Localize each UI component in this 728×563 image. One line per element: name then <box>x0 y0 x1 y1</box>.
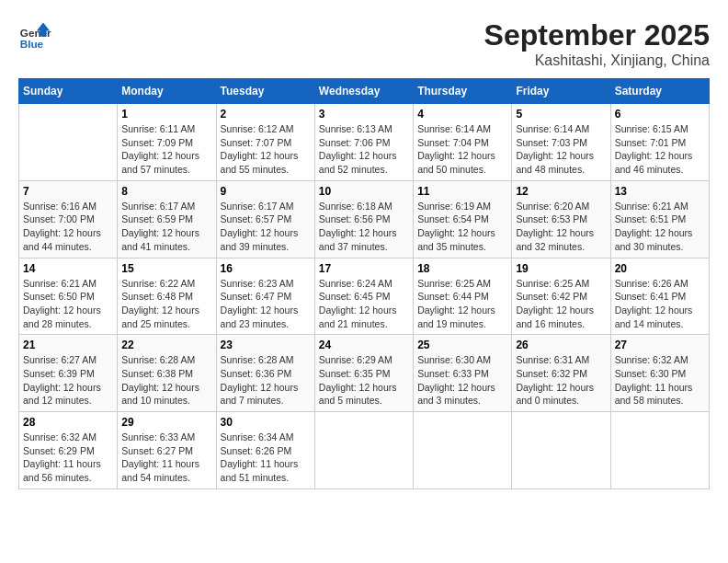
day-info: Sunrise: 6:14 AM Sunset: 7:04 PM Dayligh… <box>417 122 507 177</box>
calendar-cell: 13Sunrise: 6:21 AM Sunset: 6:51 PM Dayli… <box>610 180 709 258</box>
calendar-cell: 21Sunrise: 6:27 AM Sunset: 6:39 PM Dayli… <box>19 335 118 412</box>
calendar-cell: 24Sunrise: 6:29 AM Sunset: 6:35 PM Dayli… <box>314 335 413 412</box>
calendar-week-row: 21Sunrise: 6:27 AM Sunset: 6:39 PM Dayli… <box>19 335 710 412</box>
day-info: Sunrise: 6:28 AM Sunset: 6:36 PM Dayligh… <box>221 353 311 408</box>
calendar-cell: 16Sunrise: 6:23 AM Sunset: 6:47 PM Dayli… <box>216 258 314 335</box>
day-info: Sunrise: 6:19 AM Sunset: 6:54 PM Dayligh… <box>417 200 507 254</box>
day-number: 8 <box>121 185 211 198</box>
day-number: 9 <box>221 185 311 198</box>
weekday-header-row: SundayMondayTuesdayWednesdayThursdayFrid… <box>19 79 710 104</box>
calendar-cell: 20Sunrise: 6:26 AM Sunset: 6:41 PM Dayli… <box>610 258 709 335</box>
day-info: Sunrise: 6:27 AM Sunset: 6:39 PM Dayligh… <box>23 353 113 408</box>
calendar-cell: 5Sunrise: 6:14 AM Sunset: 7:03 PM Daylig… <box>512 104 610 181</box>
day-info: Sunrise: 6:25 AM Sunset: 6:44 PM Dayligh… <box>417 277 507 331</box>
weekday-header-saturday: Saturday <box>610 79 709 104</box>
day-number: 13 <box>615 185 705 198</box>
calendar-cell: 2Sunrise: 6:12 AM Sunset: 7:07 PM Daylig… <box>216 104 314 181</box>
day-number: 14 <box>23 262 113 275</box>
day-number: 28 <box>23 416 113 429</box>
day-info: Sunrise: 6:14 AM Sunset: 7:03 PM Dayligh… <box>516 122 606 177</box>
day-info: Sunrise: 6:32 AM Sunset: 6:29 PM Dayligh… <box>23 431 113 485</box>
day-info: Sunrise: 6:17 AM Sunset: 6:57 PM Dayligh… <box>221 200 311 254</box>
calendar-cell: 8Sunrise: 6:17 AM Sunset: 6:59 PM Daylig… <box>118 180 216 258</box>
calendar-cell: 29Sunrise: 6:33 AM Sunset: 6:27 PM Dayli… <box>118 412 216 489</box>
day-info: Sunrise: 6:24 AM Sunset: 6:45 PM Dayligh… <box>319 277 409 331</box>
weekday-header-monday: Monday <box>118 79 216 104</box>
calendar-cell: 25Sunrise: 6:30 AM Sunset: 6:33 PM Dayli… <box>414 335 512 412</box>
day-number: 1 <box>121 108 211 121</box>
day-number: 21 <box>23 339 113 351</box>
calendar-cell: 17Sunrise: 6:24 AM Sunset: 6:45 PM Dayli… <box>314 258 413 335</box>
day-number: 19 <box>516 262 606 275</box>
day-number: 26 <box>516 339 606 351</box>
calendar-week-row: 1Sunrise: 6:11 AM Sunset: 7:09 PM Daylig… <box>19 104 710 181</box>
weekday-header-thursday: Thursday <box>414 79 512 104</box>
calendar-cell: 6Sunrise: 6:15 AM Sunset: 7:01 PM Daylig… <box>610 104 709 181</box>
month-title: September 2025 <box>484 18 710 52</box>
calendar-cell: 19Sunrise: 6:25 AM Sunset: 6:42 PM Dayli… <box>512 258 610 335</box>
calendar-cell: 26Sunrise: 6:31 AM Sunset: 6:32 PM Dayli… <box>512 335 610 412</box>
weekday-header-sunday: Sunday <box>19 79 118 104</box>
weekday-header-wednesday: Wednesday <box>314 79 413 104</box>
day-number: 23 <box>221 339 311 351</box>
calendar-cell: 9Sunrise: 6:17 AM Sunset: 6:57 PM Daylig… <box>216 180 314 258</box>
day-info: Sunrise: 6:23 AM Sunset: 6:47 PM Dayligh… <box>221 277 311 331</box>
calendar-cell <box>314 412 413 489</box>
day-number: 12 <box>516 185 606 198</box>
day-info: Sunrise: 6:11 AM Sunset: 7:09 PM Dayligh… <box>121 122 211 177</box>
day-number: 2 <box>221 108 311 121</box>
calendar-cell: 28Sunrise: 6:32 AM Sunset: 6:29 PM Dayli… <box>19 412 118 489</box>
calendar-cell: 12Sunrise: 6:20 AM Sunset: 6:53 PM Dayli… <box>512 180 610 258</box>
calendar-cell: 18Sunrise: 6:25 AM Sunset: 6:44 PM Dayli… <box>414 258 512 335</box>
day-number: 29 <box>121 416 211 429</box>
day-info: Sunrise: 6:34 AM Sunset: 6:26 PM Dayligh… <box>221 431 311 485</box>
day-number: 17 <box>319 262 409 275</box>
calendar-cell: 10Sunrise: 6:18 AM Sunset: 6:56 PM Dayli… <box>314 180 413 258</box>
calendar-cell: 7Sunrise: 6:16 AM Sunset: 7:00 PM Daylig… <box>19 180 118 258</box>
day-number: 10 <box>319 185 409 198</box>
calendar-week-row: 7Sunrise: 6:16 AM Sunset: 7:00 PM Daylig… <box>19 180 710 258</box>
day-info: Sunrise: 6:21 AM Sunset: 6:50 PM Dayligh… <box>23 277 113 331</box>
weekday-header-friday: Friday <box>512 79 610 104</box>
day-number: 15 <box>121 262 211 275</box>
day-number: 27 <box>615 339 705 351</box>
day-number: 22 <box>121 339 211 351</box>
day-info: Sunrise: 6:28 AM Sunset: 6:38 PM Dayligh… <box>121 353 211 408</box>
day-number: 3 <box>319 108 409 121</box>
day-info: Sunrise: 6:25 AM Sunset: 6:42 PM Dayligh… <box>516 277 606 331</box>
calendar-week-row: 28Sunrise: 6:32 AM Sunset: 6:29 PM Dayli… <box>19 412 710 489</box>
calendar-cell: 15Sunrise: 6:22 AM Sunset: 6:48 PM Dayli… <box>118 258 216 335</box>
day-info: Sunrise: 6:12 AM Sunset: 7:07 PM Dayligh… <box>221 122 311 177</box>
day-number: 11 <box>417 185 507 198</box>
day-number: 6 <box>615 108 705 121</box>
day-info: Sunrise: 6:29 AM Sunset: 6:35 PM Dayligh… <box>319 353 409 408</box>
day-info: Sunrise: 6:26 AM Sunset: 6:41 PM Dayligh… <box>615 277 705 331</box>
weekday-header-tuesday: Tuesday <box>216 79 314 104</box>
logo-icon: General Blue <box>18 18 51 52</box>
day-number: 25 <box>417 339 507 351</box>
calendar-cell: 22Sunrise: 6:28 AM Sunset: 6:38 PM Dayli… <box>118 335 216 412</box>
calendar-cell: 30Sunrise: 6:34 AM Sunset: 6:26 PM Dayli… <box>216 412 314 489</box>
calendar-week-row: 14Sunrise: 6:21 AM Sunset: 6:50 PM Dayli… <box>19 258 710 335</box>
day-info: Sunrise: 6:20 AM Sunset: 6:53 PM Dayligh… <box>516 200 606 254</box>
day-number: 18 <box>417 262 507 275</box>
day-number: 24 <box>319 339 409 351</box>
day-info: Sunrise: 6:31 AM Sunset: 6:32 PM Dayligh… <box>516 353 606 408</box>
day-number: 16 <box>221 262 311 275</box>
day-number: 20 <box>615 262 705 275</box>
logo: General Blue <box>18 18 55 52</box>
day-info: Sunrise: 6:17 AM Sunset: 6:59 PM Dayligh… <box>121 200 211 254</box>
title-block: September 2025 Kashitashi, Xinjiang, Chi… <box>484 18 710 69</box>
calendar-cell: 23Sunrise: 6:28 AM Sunset: 6:36 PM Dayli… <box>216 335 314 412</box>
day-number: 30 <box>221 416 311 429</box>
calendar-cell <box>19 104 118 181</box>
day-number: 4 <box>417 108 507 121</box>
calendar-cell: 3Sunrise: 6:13 AM Sunset: 7:06 PM Daylig… <box>314 104 413 181</box>
day-info: Sunrise: 6:30 AM Sunset: 6:33 PM Dayligh… <box>417 353 507 408</box>
day-info: Sunrise: 6:15 AM Sunset: 7:01 PM Dayligh… <box>615 122 705 177</box>
day-info: Sunrise: 6:18 AM Sunset: 6:56 PM Dayligh… <box>319 200 409 254</box>
day-number: 5 <box>516 108 606 121</box>
day-number: 7 <box>23 185 113 198</box>
location-title: Kashitashi, Xinjiang, China <box>484 52 710 69</box>
page-header: General Blue September 2025 Kashitashi, … <box>18 18 710 69</box>
